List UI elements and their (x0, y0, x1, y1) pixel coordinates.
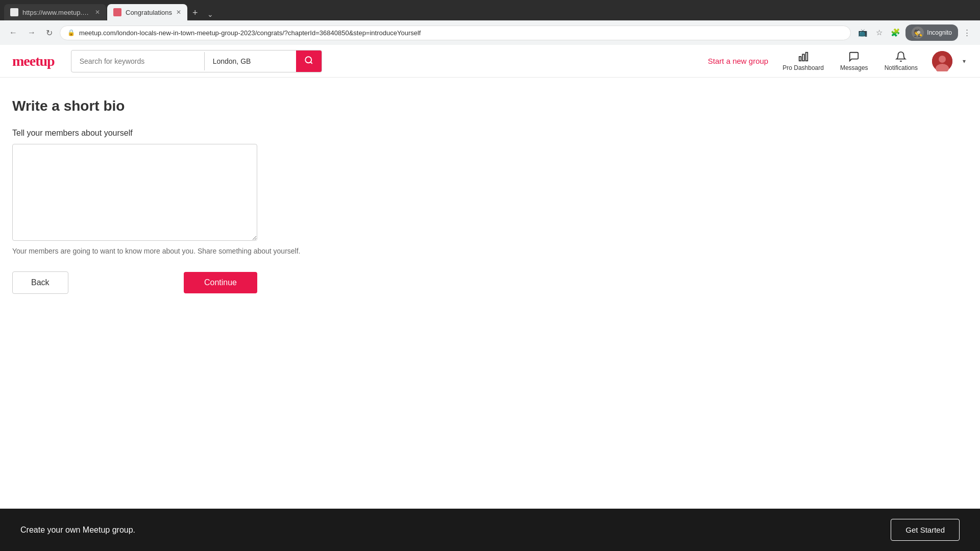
tab-label-2: Congratulations (126, 9, 172, 16)
message-icon (848, 51, 860, 62)
back-button[interactable]: Back (12, 271, 68, 294)
button-row: Back Continue (12, 271, 257, 294)
messages-nav[interactable]: Messages (834, 47, 874, 76)
logo-text: meetup (12, 53, 55, 69)
browser-toolbar: ← → ↻ 🔒 meetup.com/london-locals-new-in-… (0, 20, 980, 45)
bell-icon (895, 51, 906, 62)
user-dropdown-arrow[interactable]: ▾ (961, 56, 968, 67)
browser-tab-1[interactable]: https://www.meetup.com/how-t... ✕ (4, 4, 106, 20)
search-button[interactable] (296, 51, 322, 72)
search-icon (304, 56, 313, 65)
start-group-link[interactable]: Start a new group (708, 57, 768, 65)
pro-dashboard-label: Pro Dashboard (782, 64, 824, 71)
cast-button[interactable]: 📺 (855, 26, 871, 39)
page: meetup Start a new group Pro Dashboard (0, 45, 980, 551)
url-text: meetup.com/london-locals-new-in-town-mee… (79, 29, 421, 37)
get-started-button[interactable]: Get Started (891, 519, 960, 541)
avatar-image (932, 51, 952, 71)
back-nav-button[interactable]: ← (6, 26, 20, 39)
incognito-label: Incognito (927, 29, 952, 36)
continue-button[interactable]: Continue (184, 272, 257, 293)
footer-banner-text: Create your own Meetup group. (20, 525, 135, 535)
location-input[interactable] (204, 52, 296, 70)
bookmark-button[interactable]: ☆ (873, 26, 886, 39)
extensions-button[interactable]: 🧩 (888, 26, 903, 39)
svg-rect-3 (802, 54, 804, 61)
search-input[interactable] (71, 52, 204, 70)
main-content: Write a short bio Tell your members abou… (0, 78, 459, 412)
browser-chrome: https://www.meetup.com/how-t... ✕ Congra… (0, 0, 980, 45)
bar-chart-icon (798, 51, 809, 62)
footer-banner: Create your own Meetup group. Get Starte… (0, 509, 980, 551)
notifications-label: Notifications (885, 64, 918, 71)
new-tab-button[interactable]: + (188, 6, 202, 20)
reload-button[interactable]: ↻ (43, 26, 56, 40)
hint-text: Your members are going to want to know m… (12, 247, 447, 255)
toolbar-actions: 📺 ☆ 🧩 🕵 Incognito ⋮ (855, 24, 974, 41)
logo[interactable]: meetup (12, 53, 55, 69)
url-bar[interactable]: 🔒 meetup.com/london-locals-new-in-town-m… (60, 26, 851, 40)
notifications-nav[interactable]: Notifications (878, 47, 924, 76)
incognito-avatar: 🕵 (912, 27, 924, 39)
messages-label: Messages (840, 64, 868, 71)
svg-point-6 (939, 56, 946, 63)
svg-line-1 (310, 62, 312, 63)
tab-overflow-button[interactable]: ⌄ (203, 8, 217, 20)
tab-favicon-2 (113, 8, 121, 16)
svg-rect-4 (805, 52, 807, 61)
section-label: Tell your members about yourself (12, 129, 447, 138)
svg-point-0 (305, 57, 311, 63)
svg-rect-2 (799, 57, 801, 61)
browser-tab-2[interactable]: Congratulations ✕ (107, 4, 187, 20)
forward-nav-button[interactable]: → (24, 26, 39, 39)
page-title: Write a short bio (12, 98, 447, 114)
tab-label-1: https://www.meetup.com/how-t... (22, 9, 91, 16)
bio-textarea[interactable] (12, 144, 257, 241)
tab-close-1[interactable]: ✕ (95, 9, 100, 16)
user-avatar[interactable] (932, 51, 952, 71)
more-options-button[interactable]: ⋮ (960, 26, 974, 39)
incognito-badge: 🕵 Incognito (905, 24, 958, 41)
content-spacer (0, 412, 980, 509)
pro-dashboard-nav[interactable]: Pro Dashboard (776, 47, 830, 76)
header-nav: Pro Dashboard Messages Notifications (776, 47, 924, 76)
tab-close-2[interactable]: ✕ (176, 9, 181, 16)
browser-tabs: https://www.meetup.com/how-t... ✕ Congra… (0, 0, 980, 20)
tab-favicon-1 (10, 8, 18, 16)
lock-icon: 🔒 (67, 29, 75, 36)
site-header: meetup Start a new group Pro Dashboard (0, 45, 980, 78)
search-area (71, 50, 322, 72)
